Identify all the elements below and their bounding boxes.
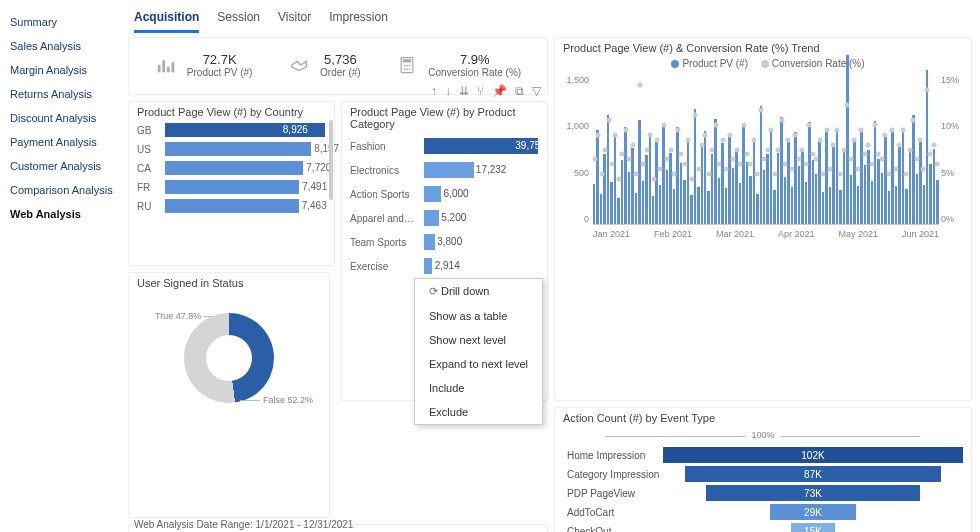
expand-all-icon[interactable]: ⇊ [459,84,469,98]
trend-chart[interactable]: 1,5001,0005000 15%10%5%0% [593,75,939,225]
nav-returns[interactable]: Returns Analysis [6,82,122,106]
nav-customer[interactable]: Customer Analysis [6,154,122,178]
svg-point-8 [409,65,411,67]
bar-row[interactable]: US8,157 [137,142,326,156]
kpi-value: 5,736 [320,52,361,67]
menu-expand-next[interactable]: Expand to next level [415,352,542,376]
donut-false-label: False 52.2% [237,395,313,405]
context-menu: Drill down Show as a table Show next lev… [414,278,543,425]
menu-exclude[interactable]: Exclude [415,400,542,424]
kpi-label: Order (#) [320,67,361,78]
funnel-chart[interactable]: 100% Home Impression102KCategory Impress… [563,428,963,532]
trend-card: Product Page View (#) & Conversion Rate … [554,37,972,401]
sidebar: Summary Sales Analysis Margin Analysis R… [0,0,128,532]
donut-chart[interactable]: True 47.8% False 52.2% [137,293,321,423]
nav-discount[interactable]: Discount Analysis [6,106,122,130]
bar-row[interactable]: RU7,463 [137,199,326,213]
card-title: User Signed in Status [137,277,321,289]
category-bars-chart[interactable]: Fashion39,759Electronics17,232Action Spo… [350,138,539,274]
nav-margin[interactable]: Margin Analysis [6,58,122,82]
svg-point-11 [409,68,411,70]
funnel-row[interactable]: Category Impression87K [663,466,963,482]
tab-visitor[interactable]: Visitor [278,8,311,33]
funnel-row[interactable]: CheckOut15K [663,523,963,532]
filter-icon[interactable]: ▽ [532,84,541,98]
nav-summary[interactable]: Summary [6,10,122,34]
card-title: Action Count (#) by Event Type [563,412,963,424]
x-axis: Jan 2021Feb 2021Mar 2021Apr 2021May 2021… [593,229,939,239]
tab-acquisition[interactable]: Acquisition [134,8,199,33]
y-axis-right: 15%10%5%0% [941,75,961,224]
signed-card: User Signed in Status True 47.8% False 5… [128,272,330,518]
kpi-conversion: 7.9%Conversion Rate (%) [396,52,521,78]
drill-up-icon[interactable]: ↑ [431,84,437,98]
nav-sales[interactable]: Sales Analysis [6,34,122,58]
bar-row[interactable]: CA7,720 [137,161,326,175]
bar-row[interactable]: Action Sports6,000 [350,186,539,202]
pin-icon[interactable]: 📌 [492,84,507,98]
kpi-label: Product PV (#) [187,67,253,78]
scroll-thumb[interactable] [329,120,333,200]
copy-icon[interactable]: ⧉ [515,84,524,98]
bar-row[interactable]: Fashion39,759 [350,138,539,154]
kpi-product-pv: 72.7KProduct PV (#) [155,52,253,78]
nav-web[interactable]: Web Analysis [6,202,122,226]
card-title: Product Page View (#) by Country [137,106,326,118]
bar-chart-icon [155,54,177,76]
page-tabs: Acquisition Session Visitor Impression [128,0,972,37]
trend-legend: Product PV (#) Conversion Rate (%) [563,58,963,69]
funnel-row[interactable]: Home Impression102K [663,447,963,463]
country-bars-chart[interactable]: GB8,926US8,157CA7,720FR7,491RU7,463 [137,123,326,213]
funnel-row[interactable]: PDP PageView73K [663,485,963,501]
bar-row[interactable]: Exercise2,914 [350,258,539,274]
hierarchy-icon[interactable]: ⑂ [477,84,484,98]
svg-point-10 [406,68,408,70]
visual-toolbar: ↑ ↓ ⇊ ⑂ 📌 ⧉ ▽ [431,84,541,98]
funnel-card: Action Count (#) by Event Type 100% Home… [554,407,972,532]
svg-point-6 [404,65,406,67]
main-content: Acquisition Session Visitor Impression 7… [128,0,980,532]
y-axis-left: 1,5001,0005000 [565,75,589,224]
svg-rect-3 [171,62,174,72]
bar-row[interactable]: Apparel and F...5,200 [350,210,539,226]
nav-payment[interactable]: Payment Analysis [6,130,122,154]
kpi-order: 5,736Order (#) [288,52,361,78]
svg-rect-0 [158,65,161,72]
kpi-label: Conversion Rate (%) [428,67,521,78]
svg-rect-1 [162,60,165,72]
date-range: Web Analysis Date Range: 1/1/2021 - 12/3… [134,519,353,530]
bar-row[interactable]: FR7,491 [137,180,326,194]
calculator-icon [396,54,418,76]
funnel-top-pct: 100% [751,430,774,440]
svg-point-9 [404,68,406,70]
svg-point-7 [406,65,408,67]
kpi-value: 72.7K [187,52,253,67]
tab-impression[interactable]: Impression [329,8,388,33]
bar-row[interactable]: Electronics17,232 [350,162,539,178]
kpi-value: 7.9% [428,52,521,67]
bar-row[interactable]: Team Sports3,800 [350,234,539,250]
menu-show-next[interactable]: Show next level [415,328,542,352]
drill-down-icon[interactable]: ↓ [445,84,451,98]
menu-drill-down[interactable]: Drill down [415,279,542,304]
card-title: Product Page View (#) & Conversion Rate … [563,42,963,54]
menu-include[interactable]: Include [415,376,542,400]
menu-show-table[interactable]: Show as a table [415,304,542,328]
nav-comparison[interactable]: Comparison Analysis [6,178,122,202]
funnel-row[interactable]: AddToCart29K [663,504,963,520]
country-card: Product Page View (#) by Country GB8,926… [128,101,335,266]
svg-rect-2 [167,67,170,73]
svg-rect-5 [403,59,411,62]
tab-session[interactable]: Session [217,8,260,33]
bar-row[interactable]: GB8,926 [137,123,326,137]
card-title: Product Page View (#) by Product Categor… [350,106,539,130]
handshake-icon [288,54,310,76]
